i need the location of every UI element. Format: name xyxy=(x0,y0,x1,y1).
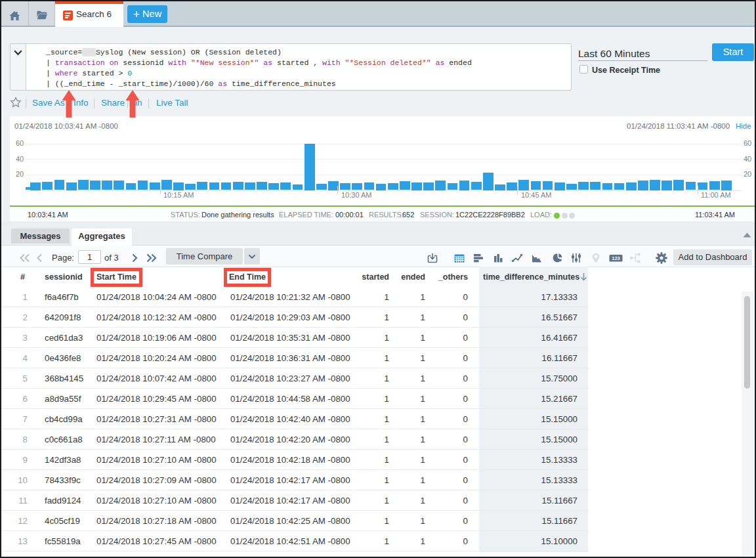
svg-text:123: 123 xyxy=(612,255,620,261)
